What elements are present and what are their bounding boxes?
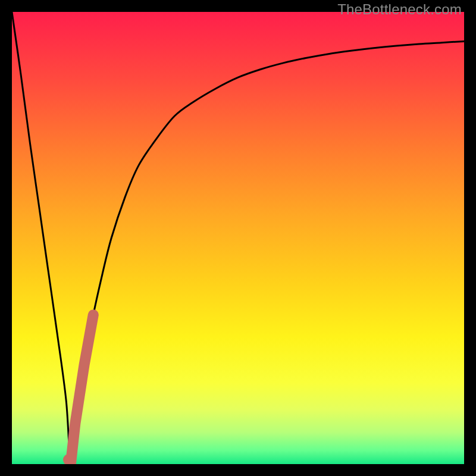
chart-lines — [12, 12, 464, 464]
chart-frame: TheBottleneck.com — [0, 0, 476, 476]
watermark-text: TheBottleneck.com — [337, 1, 462, 18]
plot-area — [12, 12, 464, 464]
highlight-segment — [68, 315, 93, 464]
